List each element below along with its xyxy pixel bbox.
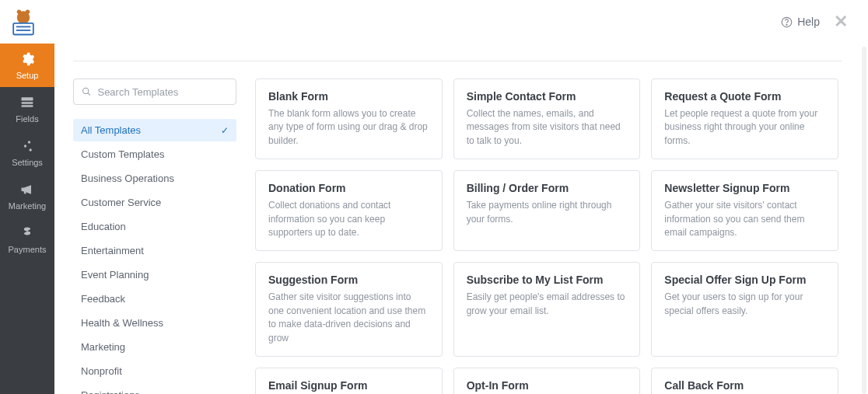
svg-rect-9 <box>22 102 33 104</box>
category-item[interactable]: Entertainment <box>73 239 236 262</box>
category-item[interactable]: Education <box>73 215 236 238</box>
svg-point-1 <box>17 9 22 14</box>
nav-label: Fields <box>16 114 38 124</box>
template-card[interactable]: Special Offer Sign Up FormGet your users… <box>651 262 838 357</box>
nav-label: Setup <box>16 71 39 80</box>
svg-point-2 <box>26 9 30 14</box>
nav-label: Settings <box>12 158 43 167</box>
scrollbar[interactable] <box>862 47 866 394</box>
nav-fields[interactable]: Fields <box>0 87 54 131</box>
template-title: Subscribe to My List Form <box>467 274 628 286</box>
category-list: All Templates✓Custom TemplatesBusiness O… <box>73 119 236 394</box>
template-title: Request a Quote Form <box>664 90 825 103</box>
template-title: Simple Contact Form <box>467 90 628 103</box>
search-icon <box>82 86 91 97</box>
nav-settings[interactable]: Settings <box>0 131 54 174</box>
template-title: Special Offer Sign Up Form <box>664 274 825 286</box>
sidebar-nav: Setup Fields Settings Marketing Payments <box>0 44 54 394</box>
svg-rect-3 <box>13 23 33 35</box>
svg-line-15 <box>88 93 90 96</box>
template-card[interactable]: Suggestion FormGather site visitor sugge… <box>255 262 443 357</box>
nav-setup[interactable]: Setup <box>0 44 54 87</box>
category-label: Feedback <box>81 293 125 305</box>
template-title: Email Signup Form <box>268 379 429 392</box>
template-card[interactable]: Opt-In FormAsk website visitors for thei… <box>453 368 641 394</box>
category-item[interactable]: Feedback <box>73 288 236 310</box>
category-item[interactable]: Registrations <box>73 384 236 394</box>
nav-marketing[interactable]: Marketing <box>0 174 54 218</box>
template-card[interactable]: Subscribe to My List FormEasily get peop… <box>453 262 641 357</box>
svg-rect-8 <box>22 97 33 100</box>
gear-icon <box>19 51 36 68</box>
app-logo <box>6 5 40 39</box>
help-icon <box>781 16 793 28</box>
template-title: Newsletter Signup Form <box>664 182 825 194</box>
template-title: Donation Form <box>268 182 429 194</box>
template-title: Call Back Form <box>664 379 825 392</box>
template-desc: Gather site visitor suggestions into one… <box>268 291 429 345</box>
category-label: All Templates <box>81 124 141 136</box>
close-button[interactable]: ✕ <box>834 12 848 32</box>
category-label: Marketing <box>81 341 125 353</box>
template-desc: Get your users to sign up for your speci… <box>664 291 825 318</box>
category-label: Health & Wellness <box>81 317 163 329</box>
help-link[interactable]: Help <box>781 16 820 28</box>
category-item[interactable]: Custom Templates <box>73 143 236 166</box>
help-label: Help <box>797 16 820 28</box>
template-desc: The blank form allows you to create any … <box>268 107 429 148</box>
template-desc: Let people request a quote from your bus… <box>664 107 825 148</box>
category-item[interactable]: Event Planning <box>73 263 236 286</box>
template-card[interactable]: Newsletter Signup FormGather your site v… <box>651 170 838 251</box>
template-card[interactable]: Email Signup FormCollect email addresses… <box>255 368 443 394</box>
category-item[interactable]: Business Operations <box>73 167 236 190</box>
template-desc: Easily get people's email addresses to g… <box>467 291 628 318</box>
svg-rect-10 <box>22 105 33 107</box>
fields-icon <box>19 94 36 111</box>
nav-payments[interactable]: Payments <box>0 218 54 261</box>
template-card[interactable]: Simple Contact FormCollect the names, em… <box>453 78 641 159</box>
template-grid: Blank FormThe blank form allows you to c… <box>255 78 842 394</box>
category-item[interactable]: Customer Service <box>73 191 236 214</box>
nav-label: Payments <box>9 245 47 254</box>
category-label: Business Operations <box>81 173 174 184</box>
check-icon: ✓ <box>221 125 229 136</box>
template-card[interactable]: Blank FormThe blank form allows you to c… <box>255 78 443 159</box>
svg-point-12 <box>24 145 26 147</box>
category-label: Custom Templates <box>81 148 164 160</box>
bullhorn-icon <box>19 181 36 198</box>
search-templates[interactable] <box>73 78 236 105</box>
template-card[interactable]: Billing / Order FormTake payments online… <box>453 170 641 251</box>
template-title: Suggestion Form <box>268 274 429 286</box>
category-label: Entertainment <box>81 245 144 256</box>
svg-point-7 <box>786 24 787 25</box>
template-title: Blank Form <box>268 90 429 103</box>
category-label: Registrations <box>81 389 140 394</box>
category-label: Nonprofit <box>81 365 122 377</box>
search-input[interactable] <box>97 86 228 98</box>
template-title: Opt-In Form <box>467 379 628 392</box>
dollar-icon <box>19 225 36 242</box>
sliders-icon <box>19 138 36 155</box>
svg-point-14 <box>83 88 89 93</box>
category-label: Event Planning <box>81 269 149 281</box>
category-item[interactable]: Health & Wellness <box>73 312 236 334</box>
nav-label: Marketing <box>9 201 46 211</box>
category-item[interactable]: Nonprofit <box>73 360 236 382</box>
template-desc: Collect donations and contact informatio… <box>268 199 429 239</box>
template-card[interactable]: Donation FormCollect donations and conta… <box>255 170 443 251</box>
category-item[interactable]: Marketing <box>73 336 236 358</box>
template-card[interactable]: Request a Quote FormLet people request a… <box>651 78 838 159</box>
category-label: Customer Service <box>81 197 161 208</box>
template-desc: Take payments online right through your … <box>467 199 628 226</box>
svg-point-11 <box>28 141 30 143</box>
category-item[interactable]: All Templates✓ <box>73 119 236 141</box>
template-desc: Collect the names, emails, and messages … <box>467 107 628 148</box>
category-label: Education <box>81 221 126 232</box>
template-title: Billing / Order Form <box>467 182 628 194</box>
template-desc: Gather your site visitors' contact infor… <box>664 199 825 239</box>
svg-point-13 <box>30 148 32 151</box>
template-card[interactable]: Call Back FormGather leads details and p… <box>651 368 838 394</box>
